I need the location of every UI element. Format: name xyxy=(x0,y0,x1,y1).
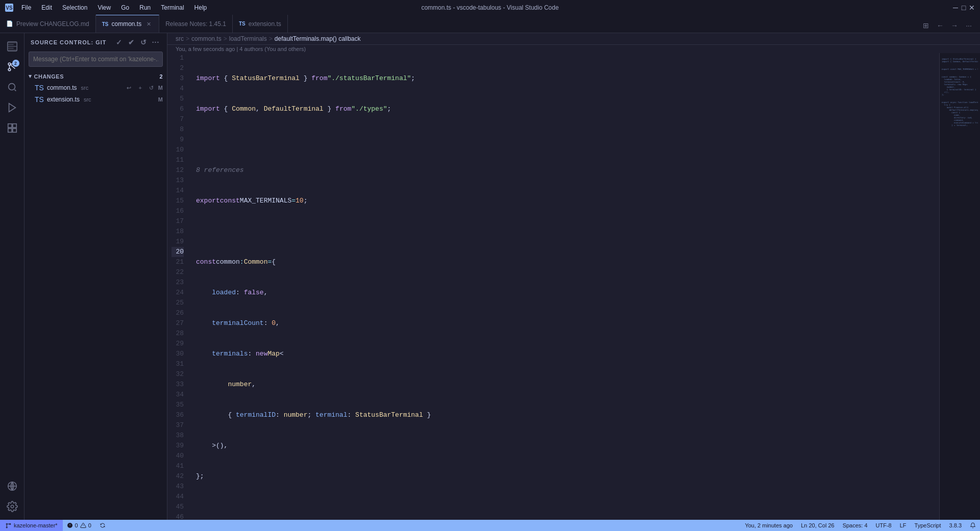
activity-source-control[interactable]: 2 xyxy=(3,58,21,76)
language-text: TypeScript xyxy=(915,522,941,528)
menu-terminal[interactable]: Terminal xyxy=(157,3,188,12)
commit-message-input[interactable] xyxy=(29,52,163,67)
git-author-info: You, a few seconds ago | 4 authors (You … xyxy=(167,45,980,53)
sidebar-action-commit[interactable]: ✔ xyxy=(126,37,136,47)
editor-area: src > common.ts > loadTerminals > defaul… xyxy=(167,33,980,520)
sidebar-action-more[interactable]: ··· xyxy=(151,37,161,47)
code-line-15 xyxy=(196,502,935,512)
breadcrumb-src[interactable]: src xyxy=(176,35,184,42)
file-icon-extension-ts: TS xyxy=(35,95,44,104)
file-item-extension-ts[interactable]: TS extension.ts src M xyxy=(24,94,167,105)
tab-preview-changelog[interactable]: 📄 Preview CHANGELOG.md xyxy=(0,15,96,33)
menu-file[interactable]: File xyxy=(17,3,35,12)
git-branch-button[interactable]: kazelone-master* xyxy=(0,520,63,531)
changes-label: CHANGES xyxy=(34,73,64,80)
line-ending[interactable]: LF xyxy=(896,522,911,528)
sidebar-header: SOURCE CONTROL: GIT ✓ ✔ ↺ ··· xyxy=(24,33,167,52)
status-bar-left: kazelone-master* 0 0 xyxy=(0,520,110,531)
activity-search[interactable] xyxy=(3,78,21,96)
navigation-back-button[interactable]: ← xyxy=(933,18,947,33)
file-item-common-ts[interactable]: TS common.ts src ↩ + ↺ M xyxy=(24,82,167,94)
changes-header[interactable]: ▾ CHANGES 2 xyxy=(24,71,167,82)
cursor-position[interactable]: Ln 20, Col 26 xyxy=(797,522,838,528)
tab-release-notes[interactable]: Release Notes: 1.45.1 xyxy=(159,15,233,33)
minimize-button[interactable]: ─ xyxy=(952,5,959,11)
indentation[interactable]: Spaces: 4 xyxy=(839,522,872,528)
tab-close-common[interactable]: ✕ xyxy=(144,20,153,28)
code-editor[interactable]: 1 2 3 4 5 6 7 8 9 10 11 12 13 14 15 16 1… xyxy=(167,53,980,520)
changes-count: 2 xyxy=(159,73,163,80)
app-icon: VS xyxy=(5,4,13,12)
split-editor-button[interactable]: ⊞ xyxy=(919,18,933,33)
menu-run[interactable]: Run xyxy=(135,3,155,12)
errors-warnings[interactable]: 0 0 xyxy=(63,520,95,531)
svg-marker-5 xyxy=(9,104,15,112)
sidebar-action-refresh[interactable]: ↺ xyxy=(138,37,149,47)
code-line-2: import { Common, DefaultTerminal } from … xyxy=(196,104,935,114)
more-actions-button[interactable]: ··· xyxy=(962,18,976,33)
close-button[interactable]: ✕ xyxy=(969,5,975,11)
file-name-extension-ts: extension.ts xyxy=(47,96,80,103)
activity-debug[interactable] xyxy=(3,98,21,117)
code-line-12: { terminalID: number; terminal: StatusBa… xyxy=(196,410,935,420)
code-line-ref1: 8 references xyxy=(196,165,935,175)
line-numbers: 1 2 3 4 5 6 7 8 9 10 11 12 13 14 15 16 1… xyxy=(167,53,192,520)
minimap[interactable]: import { StatusBarTerminal } import { Co… xyxy=(939,53,980,520)
file-status-extension-ts: M xyxy=(158,96,163,103)
code-line-10: terminals: new Map< xyxy=(196,349,935,359)
discard-file-button-common[interactable]: ↺ xyxy=(147,83,156,92)
title-bar-left: VS File Edit Selection View Go Run Termi… xyxy=(5,3,211,12)
menu-edit[interactable]: Edit xyxy=(37,3,56,12)
activity-remote[interactable] xyxy=(3,477,21,495)
svg-rect-9 xyxy=(12,129,16,132)
tab-icon-common: TS xyxy=(102,21,109,27)
stage-file-button-common[interactable]: + xyxy=(136,83,145,92)
sidebar-title: SOURCE CONTROL: GIT xyxy=(31,39,107,45)
menu-view[interactable]: View xyxy=(93,3,115,12)
git-sync-button[interactable] xyxy=(95,520,110,531)
menu-selection[interactable]: Selection xyxy=(58,3,91,12)
tab-toolbar-right: ⊞ ← → ··· xyxy=(919,18,980,33)
code-line-13: >(), xyxy=(196,441,935,451)
code-line-7: const common: Common = { xyxy=(196,257,935,267)
svg-point-4 xyxy=(8,84,15,90)
breadcrumb-common-ts[interactable]: common.ts xyxy=(191,35,222,42)
tab-extension-ts[interactable]: TS extension.ts xyxy=(233,15,288,33)
open-file-button-common[interactable]: ↩ xyxy=(125,83,134,92)
code-line-1: import { StatusBarTerminal } from "./sta… xyxy=(196,73,935,84)
svg-point-3 xyxy=(8,63,11,65)
tab-label-release: Release Notes: 1.45.1 xyxy=(165,20,226,28)
tab-label-extension: extension.ts xyxy=(249,20,281,28)
status-bar: kazelone-master* 0 0 You, 2 minutes ago … xyxy=(0,520,980,531)
changes-section: ▾ CHANGES 2 TS common.ts src ↩ + ↺ M TS … xyxy=(24,71,167,520)
menu-help[interactable]: Help xyxy=(190,3,211,12)
code-content[interactable]: import { StatusBarTerminal } from "./sta… xyxy=(192,53,939,520)
ts-version-text: 3.8.3 xyxy=(949,522,962,528)
activity-settings[interactable] xyxy=(3,497,21,516)
status-bar-right: You, 2 minutes ago Ln 20, Col 26 Spaces:… xyxy=(741,522,980,528)
file-path-extension-ts: src xyxy=(84,96,91,103)
sidebar-action-checkmarks[interactable]: ✓ xyxy=(114,37,124,47)
author-info[interactable]: You, 2 minutes ago xyxy=(741,522,797,528)
notifications[interactable] xyxy=(966,522,980,528)
menu-go[interactable]: Go xyxy=(117,3,133,12)
navigation-forward-button[interactable]: → xyxy=(947,18,962,33)
encoding[interactable]: UTF-8 xyxy=(872,522,896,528)
activity-explorer[interactable] xyxy=(3,37,21,56)
tab-common-ts[interactable]: TS common.ts ✕ xyxy=(96,15,159,33)
breadcrumb-sep-1: > xyxy=(186,35,189,42)
breadcrumb-load-terminals[interactable]: loadTerminals xyxy=(229,35,267,42)
maximize-button[interactable]: □ xyxy=(961,5,967,11)
tab-label-preview: Preview CHANGELOG.md xyxy=(16,20,89,28)
tabs-bar: 📄 Preview CHANGELOG.md TS common.ts ✕ Re… xyxy=(0,15,980,33)
sidebar-header-actions: ✓ ✔ ↺ ··· xyxy=(114,37,161,47)
ts-version[interactable]: 3.8.3 xyxy=(945,522,966,528)
author-text: You, 2 minutes ago xyxy=(745,522,793,528)
activity-extensions[interactable] xyxy=(3,119,21,137)
svg-point-12 xyxy=(6,526,7,527)
file-icon-common-ts: TS xyxy=(35,84,44,92)
menu-bar: File Edit Selection View Go Run Terminal… xyxy=(17,3,211,12)
main-layout: 2 SOURCE CONTROL: GIT ✓ ✔ ↺ ··· xyxy=(0,33,980,520)
svg-point-1 xyxy=(8,68,11,71)
language-mode[interactable]: TypeScript xyxy=(911,522,945,528)
